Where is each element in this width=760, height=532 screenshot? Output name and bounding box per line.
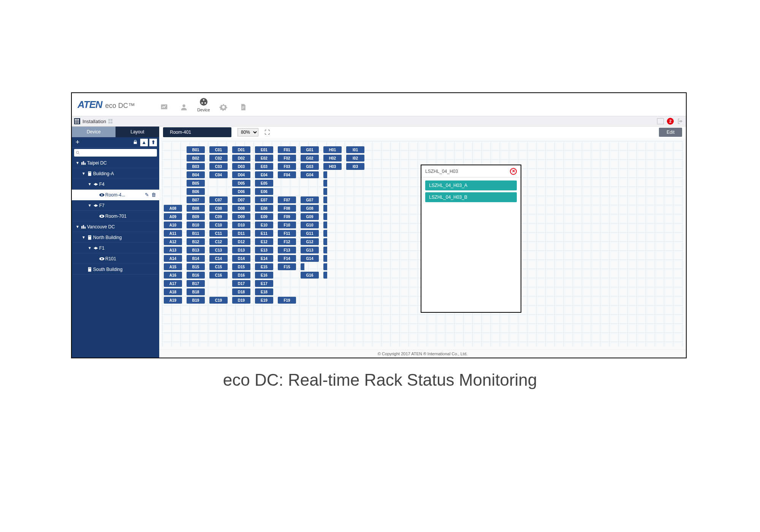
- rack-cell[interactable]: E05: [255, 180, 273, 187]
- rack-cell[interactable]: E06: [255, 188, 273, 195]
- mini-grid-icon[interactable]: [108, 119, 113, 124]
- rack-cell[interactable]: I03: [346, 163, 364, 170]
- rack-cell[interactable]: D10: [232, 222, 250, 228]
- rack-cell[interactable]: B08: [187, 205, 205, 212]
- add-icon[interactable]: +: [74, 139, 81, 146]
- rack-cell[interactable]: G13: [301, 247, 319, 253]
- notification-badge[interactable]: 2: [667, 118, 674, 125]
- rack-cell[interactable]: D11: [232, 230, 250, 237]
- rack-cell[interactable]: G09: [301, 213, 319, 220]
- rack-cell[interactable]: E19: [255, 297, 273, 304]
- rack-cell[interactable]: D01: [232, 146, 250, 153]
- rack-cell[interactable]: F13: [278, 247, 296, 253]
- rack-cell[interactable]: C09: [209, 213, 228, 220]
- rack-cell[interactable]: A11: [164, 230, 182, 237]
- rack-cell[interactable]: G04: [301, 171, 319, 178]
- lock-icon[interactable]: [132, 139, 139, 146]
- rack-cell[interactable]: E07: [255, 196, 273, 203]
- rack-cell[interactable]: B15: [187, 263, 205, 270]
- rack-cell[interactable]: D13: [232, 247, 250, 253]
- close-icon[interactable]: ✕: [510, 168, 517, 175]
- rack-cell[interactable]: C03: [209, 163, 228, 170]
- rack-cell[interactable]: E17: [255, 280, 273, 287]
- rack-cell[interactable]: C08: [209, 205, 228, 212]
- rack-cell[interactable]: I02: [346, 155, 364, 162]
- tree-item[interactable]: Room-4...✎🗑: [72, 190, 159, 200]
- rack-cell[interactable]: G16: [301, 272, 319, 279]
- rack-cell[interactable]: D18: [232, 288, 250, 295]
- rack-cell[interactable]: G08: [301, 205, 319, 212]
- tree-item[interactable]: ▼F4: [72, 179, 159, 190]
- tree-item[interactable]: ▼F7: [72, 200, 159, 211]
- rack-cell[interactable]: G11: [301, 230, 319, 237]
- rack-cell[interactable]: C07: [209, 196, 228, 203]
- rack-cell[interactable]: D16: [232, 272, 250, 279]
- rack-cell[interactable]: B04: [187, 171, 205, 178]
- fullscreen-icon[interactable]: ⛶: [264, 129, 270, 135]
- rack-cell[interactable]: E09: [255, 213, 273, 220]
- rack-cell[interactable]: D02: [232, 155, 250, 162]
- rack-cell[interactable]: F09: [278, 213, 296, 220]
- rack-cell[interactable]: F07: [278, 196, 296, 203]
- rack-cell[interactable]: A10: [164, 222, 182, 228]
- rack-cell[interactable]: F01: [278, 146, 296, 153]
- rack-cell[interactable]: A19: [164, 297, 182, 304]
- rack-cell[interactable]: D19: [232, 297, 250, 304]
- rack-cell[interactable]: G02: [301, 155, 319, 162]
- edit-icon[interactable]: ✎: [145, 192, 149, 198]
- rack-cell[interactable]: A08: [164, 205, 182, 212]
- rack-cell[interactable]: A16: [164, 272, 182, 279]
- rack-cell[interactable]: C13: [209, 247, 228, 253]
- delete-icon[interactable]: 🗑: [151, 192, 156, 198]
- rack-cell[interactable]: B07: [187, 196, 205, 203]
- rack-cell[interactable]: D05: [232, 180, 250, 187]
- rack-cell[interactable]: F04: [278, 171, 296, 178]
- nav-device[interactable]: Device: [197, 97, 210, 112]
- rack-cell[interactable]: D04: [232, 171, 250, 178]
- rack-cell[interactable]: C12: [209, 238, 228, 245]
- rack-cell[interactable]: C19: [209, 297, 228, 304]
- rack-cell[interactable]: G12: [301, 238, 319, 245]
- rack-cell[interactable]: G14: [301, 255, 319, 262]
- rack-cell[interactable]: D17: [232, 280, 250, 287]
- popup-item[interactable]: LSZHL_04_H03_B: [425, 192, 517, 202]
- rack-cell[interactable]: C10: [209, 222, 228, 228]
- rack-cell[interactable]: F02: [278, 155, 296, 162]
- edit-button[interactable]: Edit: [659, 128, 682, 137]
- upload-icon[interactable]: ⬆: [149, 139, 157, 146]
- rack-cell[interactable]: F14: [278, 255, 296, 262]
- rack-cell[interactable]: E11: [255, 230, 273, 237]
- logout-icon[interactable]: [677, 118, 684, 125]
- tree-item[interactable]: South Building: [72, 264, 159, 275]
- rack-cell[interactable]: A09: [164, 213, 182, 220]
- message-icon[interactable]: [657, 118, 664, 124]
- rack-cell[interactable]: G03: [301, 163, 319, 170]
- zoom-select[interactable]: 80%: [238, 128, 258, 136]
- nav-dashboard[interactable]: [158, 102, 171, 112]
- rack-cell[interactable]: D15: [232, 263, 250, 270]
- rack-cell[interactable]: E15: [255, 263, 273, 270]
- nav-settings[interactable]: [217, 102, 230, 112]
- tab-device[interactable]: Device: [72, 127, 116, 137]
- rack-cell[interactable]: E03: [255, 163, 273, 170]
- rack-cell[interactable]: A18: [164, 288, 182, 295]
- rack-cell[interactable]: A14: [164, 255, 182, 262]
- rack-cell[interactable]: B14: [187, 255, 205, 262]
- rack-cell[interactable]: E08: [255, 205, 273, 212]
- rack-cell[interactable]: D08: [232, 205, 250, 212]
- rack-cell[interactable]: B18: [187, 288, 205, 295]
- search-input[interactable]: [74, 149, 157, 157]
- rack-cell[interactable]: A12: [164, 238, 182, 245]
- collapse-up-icon[interactable]: ▲: [140, 139, 148, 146]
- tree-item[interactable]: Room-701: [72, 211, 159, 222]
- rack-cell[interactable]: C15: [209, 263, 228, 270]
- rack-cell[interactable]: F08: [278, 205, 296, 212]
- rack-cell[interactable]: F12: [278, 238, 296, 245]
- rack-cell[interactable]: E13: [255, 247, 273, 253]
- rack-cell[interactable]: I01: [346, 146, 364, 153]
- rack-cell[interactable]: A15: [164, 263, 182, 270]
- rack-cell[interactable]: E01: [255, 146, 273, 153]
- rack-cell[interactable]: E14: [255, 255, 273, 262]
- rack-cell[interactable]: B19: [187, 297, 205, 304]
- rack-cell[interactable]: C01: [209, 146, 228, 153]
